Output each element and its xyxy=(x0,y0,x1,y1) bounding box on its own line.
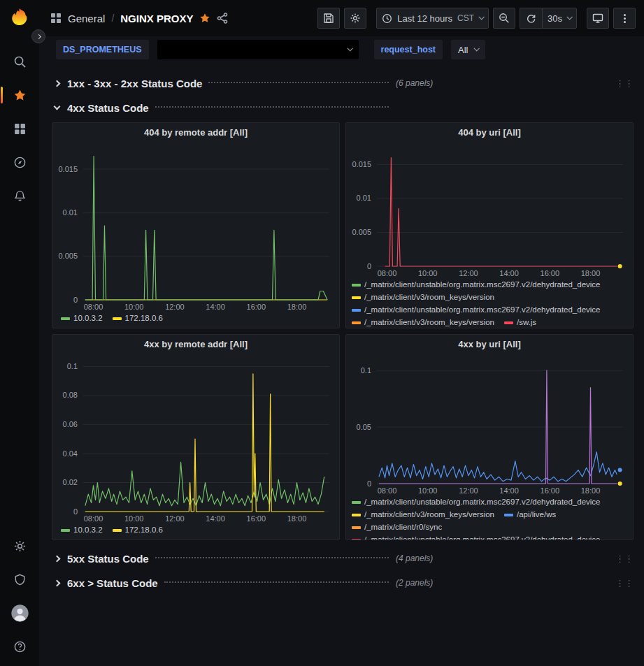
svg-text:14:00: 14:00 xyxy=(206,303,225,311)
svg-text:16:00: 16:00 xyxy=(541,269,560,277)
legend-item[interactable]: /sw.js xyxy=(504,317,536,328)
save-dashboard-button[interactable] xyxy=(317,8,340,29)
sidebar-item-help[interactable] xyxy=(0,630,39,663)
sidebar-expand-button[interactable] xyxy=(31,29,45,43)
row-drag-handle[interactable]: ⋮⋮ xyxy=(615,553,634,564)
svg-text:10:00: 10:00 xyxy=(124,303,144,311)
legend-swatch xyxy=(352,514,361,516)
time-series-chart[interactable]: 00.050.108:0010:0012:0014:0016:0018:00 xyxy=(346,354,633,496)
datasource-variable-label[interactable]: DS_PROMETHEUS xyxy=(56,40,149,59)
more-options-button[interactable] xyxy=(613,8,636,29)
panel-title[interactable]: 404 by remote addr [All] xyxy=(52,123,339,142)
chevron-down-icon xyxy=(54,103,61,110)
chevron-right-icon xyxy=(54,555,61,562)
legend-item[interactable]: 172.18.0.6 xyxy=(113,524,163,536)
panel-title[interactable]: 404 by uri [All] xyxy=(346,123,633,142)
row-header-6xx[interactable]: 6xx > Status Code (2 panels) ⋮⋮ xyxy=(52,573,634,593)
dashboard-canvas: 1xx - 3xx - 2xx Status Code (6 panels) ⋮… xyxy=(39,63,644,593)
legend-swatch xyxy=(61,317,70,320)
refresh-interval-picker[interactable]: 30s xyxy=(542,8,577,29)
sidebar-item-server-admin[interactable] xyxy=(0,563,39,596)
legend-swatch xyxy=(504,514,513,516)
time-series-chart[interactable]: 00.0050.010.01508:0010:0012:0014:0016:00… xyxy=(52,142,339,312)
time-range-picker[interactable]: Last 12 hours CST xyxy=(376,8,489,29)
legend-item[interactable]: /_matrix/client/unstable/org.matrix.msc2… xyxy=(352,496,601,508)
row-header-4xx[interactable]: 4xx Status Code xyxy=(52,98,634,117)
panel-title[interactable]: 4xx by uri [All] xyxy=(346,335,633,354)
grafana-logo[interactable] xyxy=(9,7,30,31)
legend-label: /_matrix/client/unstable/org.matrix.msc2… xyxy=(364,304,601,316)
panel-title[interactable]: 4xx by remote addr [All] xyxy=(52,335,339,354)
sidebar-item-search[interactable] xyxy=(0,45,39,78)
svg-text:10:00: 10:00 xyxy=(418,486,438,495)
legend-item[interactable]: /_matrix/client/unstable/org.matrix.msc2… xyxy=(352,279,601,291)
refresh-button-group: 30s xyxy=(520,8,577,29)
legend-swatch xyxy=(61,529,70,532)
legend-item[interactable]: /api/live/ws xyxy=(504,509,556,521)
svg-text:18:00: 18:00 xyxy=(581,486,601,495)
legend-item[interactable]: /_matrix/client/v3/room_keys/version xyxy=(352,291,494,303)
row-dotted-leader xyxy=(208,82,389,83)
legend-item[interactable]: 10.0.3.2 xyxy=(61,312,103,324)
row-drag-handle[interactable]: ⋮⋮ xyxy=(615,578,634,588)
sidebar-menu xyxy=(0,45,39,212)
bell-icon xyxy=(13,189,27,203)
row-panel-count: (2 panels) xyxy=(396,578,433,588)
breadcrumb-folder[interactable]: General xyxy=(68,13,105,24)
timezone-label: CST xyxy=(457,13,474,23)
legend-label: /_matrix/client/v3/room_keys/version xyxy=(364,291,494,303)
legend-item[interactable]: /_matrix/client/v3/room_keys/version xyxy=(352,317,494,328)
tv-mode-button[interactable] xyxy=(587,8,609,29)
dashboard-toolbar: Last 12 hours CST 30s xyxy=(317,8,636,29)
legend-label: 10.0.3.2 xyxy=(73,524,103,536)
refresh-button[interactable] xyxy=(520,8,542,29)
time-series-chart[interactable]: 00.020.040.060.080.108:0010:0012:0014:00… xyxy=(52,354,339,524)
sidebar-item-dashboards[interactable] xyxy=(0,112,39,145)
panel-grid: 404 by remote addr [All] 00.0050.010.015… xyxy=(52,122,634,540)
legend-label: 172.18.0.6 xyxy=(125,524,163,536)
sidebar-item-configuration[interactable] xyxy=(0,529,39,563)
sidebar-item-alerting[interactable] xyxy=(0,179,39,212)
panel-404-by-remote-addr: 404 by remote addr [All] 00.0050.010.015… xyxy=(52,122,340,328)
legend-label: /_matrix/client/unstable/org.matrix.msc2… xyxy=(364,534,601,540)
svg-text:0.04: 0.04 xyxy=(63,449,78,458)
help-icon xyxy=(13,640,27,653)
zoom-out-button[interactable] xyxy=(493,8,515,29)
legend-item[interactable]: 10.0.3.2 xyxy=(61,524,103,536)
sidebar-item-explore[interactable] xyxy=(0,145,39,179)
legend-label: /_matrix/client/r0/sync xyxy=(364,521,442,533)
panel-4xx-by-uri: 4xx by uri [All] 00.050.108:0010:0012:00… xyxy=(345,334,634,540)
avatar xyxy=(10,604,29,623)
dashboards-grid-icon xyxy=(14,123,26,135)
request-host-value-select[interactable]: All xyxy=(451,40,485,59)
row-title: 6xx > Status Code xyxy=(67,577,158,589)
shield-icon xyxy=(13,573,27,586)
top-navbar: General / NGINX PROXY Last 12 hours CST … xyxy=(39,0,644,36)
datasource-value-select[interactable] xyxy=(157,40,359,59)
panel-legend: 10.0.3.2 172.18.0.6 xyxy=(52,312,339,328)
request-host-variable-label[interactable]: request_host xyxy=(374,40,443,59)
share-icon[interactable] xyxy=(217,13,228,24)
sidebar-item-starred[interactable] xyxy=(0,78,39,112)
svg-text:0.005: 0.005 xyxy=(58,252,78,260)
dashboard-settings-button[interactable] xyxy=(344,8,366,29)
legend-item[interactable]: /_matrix/client/unstable/org.matrix.msc2… xyxy=(352,534,601,540)
svg-text:0.005: 0.005 xyxy=(352,228,371,236)
row-header-5xx[interactable]: 5xx Status Code (4 panels) ⋮⋮ xyxy=(52,549,634,568)
row-header-1xx-3xx-2xx[interactable]: 1xx - 3xx - 2xx Status Code (6 panels) ⋮… xyxy=(52,73,634,93)
favorite-star-icon[interactable] xyxy=(199,13,210,24)
sidebar-item-profile[interactable] xyxy=(0,596,39,630)
row-drag-handle[interactable]: ⋮⋮ xyxy=(615,78,634,89)
breadcrumb-separator: / xyxy=(111,13,114,24)
legend-item[interactable]: /_matrix/client/r0/sync xyxy=(352,521,442,533)
legend-item[interactable]: /_matrix/client/unstable/org.matrix.msc2… xyxy=(352,304,601,316)
time-series-chart[interactable]: 00.0050.010.01508:0010:0012:0014:0016:00… xyxy=(346,142,633,279)
svg-text:0.08: 0.08 xyxy=(63,391,78,399)
legend-item[interactable]: /_matrix/client/v3/room_keys/version xyxy=(352,509,494,521)
row-dotted-leader xyxy=(155,106,389,108)
legend-swatch xyxy=(352,321,361,324)
legend-item[interactable]: 172.18.0.6 xyxy=(113,312,163,324)
panel-legend: /_matrix/client/unstable/org.matrix.msc2… xyxy=(346,496,633,540)
svg-text:14:00: 14:00 xyxy=(499,269,519,277)
svg-text:0.015: 0.015 xyxy=(352,160,371,168)
